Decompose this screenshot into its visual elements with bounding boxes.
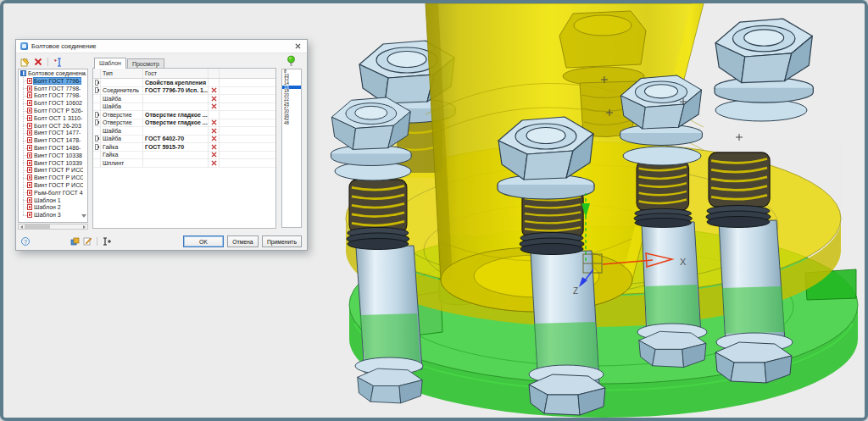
delete-row-icon[interactable]	[211, 152, 217, 158]
bolt-item-icon	[27, 174, 32, 180]
table-rows: Свойства крепления Соединитель ГОСТ 7796…	[93, 79, 275, 168]
tree-item[interactable]: Винт ГОСТ 10338	[19, 152, 87, 159]
apply-button[interactable]: Применить	[262, 235, 302, 247]
table-row[interactable]: Шплинт	[93, 159, 275, 168]
tree-item-label: Болт ГОСТ 7798-	[34, 86, 81, 91]
table-row[interactable]: Шайба	[93, 127, 275, 136]
delete-row-icon[interactable]	[211, 96, 217, 102]
expand-icon[interactable]	[95, 80, 98, 86]
table-row[interactable]: Гайка	[93, 152, 275, 160]
tree-item-label: Винт ГОСТ Р ИСО	[34, 182, 83, 188]
delete-row-icon[interactable]	[211, 119, 217, 125]
tree-item-label: Болт ГОСТ 7796-	[34, 78, 81, 84]
scroll-left-icon[interactable]	[20, 225, 23, 229]
delete-row-icon[interactable]	[211, 128, 217, 134]
delete-row-icon[interactable]	[211, 103, 217, 109]
tab-template[interactable]: Шаблон	[94, 58, 126, 69]
tree-item[interactable]: Болт ГОСТ 10602	[19, 99, 87, 107]
delete-row-icon[interactable]	[211, 136, 217, 141]
scroll-up-icon[interactable]	[81, 72, 86, 75]
tree-item[interactable]: Шаблон 2	[19, 204, 87, 212]
tree-item[interactable]: Шаблон 1	[19, 197, 87, 204]
bolt-item-icon	[27, 137, 32, 143]
tree-horizontal-scrollbar[interactable]	[18, 224, 88, 230]
template-tree[interactable]: Болтовое соединени Болт ГОСТ 7796- Болт …	[18, 69, 88, 223]
tree-item[interactable]: Болт ГОСТ Р 526-	[19, 107, 87, 114]
tree-item[interactable]: Винт ГОСТ 1486-	[19, 144, 87, 152]
tree-item-label: Винт ГОСТ 10338	[34, 152, 82, 158]
tree-item-label: Рым-болт ГОСТ 4	[34, 190, 83, 196]
tree-item[interactable]: Винт ГОСТ Р ИСО	[19, 181, 87, 189]
row-type: Гайка	[101, 152, 143, 159]
tree-item-label: Болт ГОСТ Р 526-	[34, 108, 83, 114]
table-row[interactable]: Шайба	[93, 103, 275, 112]
row-gost: ГОСТ 5915-70	[143, 143, 209, 151]
row-gost: ГОСТ 6402-70	[143, 136, 209, 143]
tree-item[interactable]: Винт ГОСТ Р ИСО	[19, 174, 87, 181]
tree-item[interactable]: Болт ГОСТ 7798-	[19, 85, 87, 92]
row-gost	[143, 127, 209, 135]
tree-item[interactable]: Шаблон 3	[19, 211, 87, 219]
table-row[interactable]: Свойства крепления	[93, 79, 275, 87]
table-row[interactable]: Шайба ГОСТ 6402-70	[93, 136, 275, 144]
dialog-title: Болтовое соединение	[31, 42, 97, 50]
tree-item[interactable]: Болт ОСТ 1 3110-	[19, 114, 87, 122]
library-icon[interactable]	[70, 237, 80, 246]
cancel-button[interactable]: Отмена	[227, 235, 259, 247]
table-row[interactable]: Шайба	[93, 95, 275, 103]
preview-bulb-icon[interactable]	[287, 55, 296, 67]
expand-icon[interactable]	[95, 119, 98, 125]
row-type: Шайба	[101, 136, 143, 143]
expand-icon[interactable]	[95, 144, 98, 150]
expand-icon[interactable]	[95, 136, 98, 141]
table-row[interactable]: Отверстие Отверстие гладкое ...	[93, 119, 275, 128]
tree-item[interactable]: Винт ГОСТ 10339	[19, 159, 87, 167]
tree-root[interactable]: Болтовое соединени	[19, 69, 87, 77]
row-gost	[143, 152, 209, 159]
delete-row-icon[interactable]	[211, 87, 217, 93]
size-item[interactable]: 48	[282, 121, 301, 125]
rename-icon[interactable]	[53, 57, 63, 67]
tree-item[interactable]: Болт ГОСТ 7796-	[19, 77, 87, 85]
delete-row-icon[interactable]	[211, 160, 217, 166]
new-template-icon[interactable]	[19, 57, 30, 67]
tree-item[interactable]: Рым-болт ГОСТ 4	[19, 189, 87, 197]
tree-item[interactable]: Винт ГОСТ Р ИСО	[19, 167, 87, 174]
insert-icon[interactable]	[102, 237, 112, 246]
ok-button[interactable]: OK	[183, 235, 224, 247]
tree-item[interactable]: Болт ГОСТ 7798-	[19, 92, 87, 100]
row-gost	[143, 103, 209, 111]
tree-item[interactable]: Болт ОСТ 26-203	[19, 122, 87, 130]
row-gost	[143, 159, 209, 167]
size-list[interactable]: 8 10 12 14 16 18 20 22 24 27 30 36	[281, 69, 302, 228]
tree-item-label: Болт ОСТ 26-203	[34, 123, 81, 129]
expand-icon[interactable]	[95, 87, 98, 93]
toolbar-separator	[47, 58, 48, 66]
scroll-down-icon[interactable]	[81, 214, 86, 218]
tree-item-label: Винт ГОСТ 1478-	[34, 137, 81, 143]
app-icon	[20, 42, 28, 50]
expand-icon[interactable]	[95, 112, 98, 118]
table-row[interactable]: Гайка ГОСТ 5915-70	[93, 143, 275, 152]
table-row[interactable]: Отверстие Отверстие гладкое ...	[93, 111, 275, 119]
delete-row-icon[interactable]	[211, 144, 217, 150]
row-type: Отверстие	[101, 119, 143, 127]
edit-template-icon[interactable]	[83, 237, 92, 246]
tree-item[interactable]: Винт ГОСТ 1477-	[19, 130, 87, 137]
bolt-item-icon	[27, 123, 32, 129]
table-row[interactable]: Соединитель ГОСТ 7796-70 Исп. 1...	[93, 87, 275, 96]
bolt-item-icon	[27, 197, 32, 203]
dialog-titlebar[interactable]: Болтовое соединение	[16, 40, 307, 53]
close-icon[interactable]	[292, 42, 303, 52]
scrollbar-thumb[interactable]	[25, 224, 50, 229]
tree-item[interactable]: Винт ГОСТ 1478-	[19, 136, 87, 144]
tree-item-label: Винт ГОСТ 1477-	[34, 130, 81, 136]
tree-item-label: Шаблон 3	[34, 212, 61, 218]
tree-item-label: Болт ОСТ 1 3110-	[34, 115, 82, 121]
scroll-right-icon[interactable]	[83, 225, 86, 229]
bolt-item-icon	[27, 182, 32, 188]
delete-icon[interactable]	[33, 57, 43, 67]
bolt-item-icon	[27, 108, 32, 114]
help-icon[interactable]: ?	[21, 237, 30, 246]
screenshot-frame: X Z Болтовое соединение	[0, 0, 868, 421]
